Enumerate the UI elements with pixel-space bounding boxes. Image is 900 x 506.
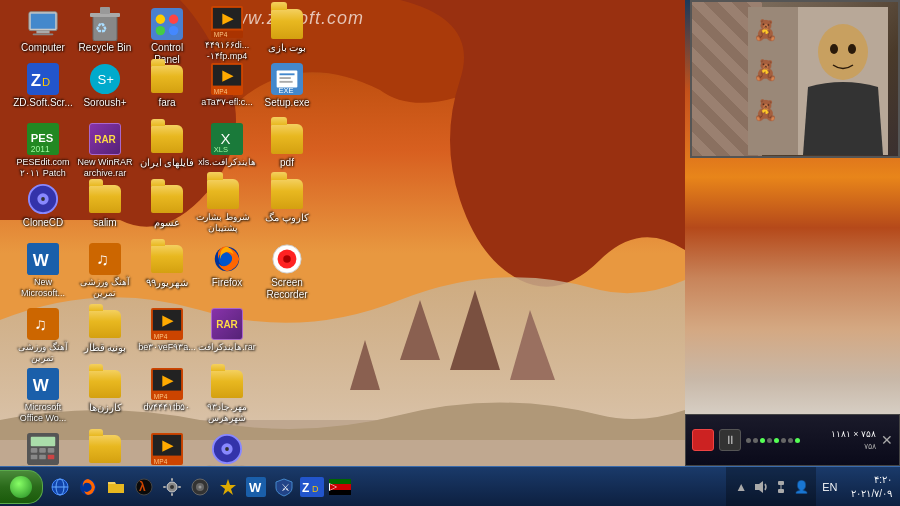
svg-text:D: D <box>312 484 319 494</box>
desktop-icon-soroush[interactable]: S+ Soroush+ <box>70 60 140 112</box>
desktop-icon-ms-office[interactable]: W MicrosoftOffice Wo... <box>8 365 78 427</box>
taskbar-word-icon[interactable]: W <box>243 474 269 500</box>
desktop-icon-pes[interactable]: PES 2011 PESEdit.com۲۰۱۱ Patch <box>8 120 78 182</box>
svg-text:MP4: MP4 <box>154 458 168 465</box>
svg-text:XLS: XLS <box>214 145 228 154</box>
desktop-icon-mohr[interactable]: مهر.جاد۹۳شهرهرس <box>192 365 262 427</box>
tray-network-icon[interactable] <box>772 478 790 496</box>
recording-dots <box>746 438 826 443</box>
desktop-icon-setup[interactable]: EXE Setup.exe <box>252 60 322 112</box>
taskbar-left: λ <box>43 474 726 500</box>
svg-text:MP4: MP4 <box>214 88 228 95</box>
svg-point-20 <box>169 15 178 24</box>
svg-text:EXE: EXE <box>279 86 294 95</box>
desktop-icon-screen-recorder[interactable]: ScreenRecorder <box>252 240 322 304</box>
taskbar: λ <box>0 466 900 506</box>
desktop-icon-ahang[interactable]: ♫ آهنگ ورزشیتمرین <box>70 240 140 302</box>
svg-text:W: W <box>249 480 262 495</box>
desktop-icon-sharayet[interactable]: شروط بشارتپشتیبان <box>188 175 258 237</box>
svg-point-95 <box>170 485 174 489</box>
language-indicator[interactable]: EN <box>816 481 843 493</box>
taskbar-halflife-icon[interactable]: λ <box>131 474 157 500</box>
svg-rect-78 <box>31 455 38 460</box>
svg-text:S+: S+ <box>97 72 114 87</box>
record-stop-button[interactable] <box>692 429 714 451</box>
desktop-icon-clonecd[interactable]: CloneCD <box>8 180 78 232</box>
svg-text:♻: ♻ <box>95 20 108 36</box>
taskbar-ie-icon[interactable] <box>47 474 73 500</box>
taskbar-media-icon[interactable] <box>187 474 213 500</box>
svg-text:Z: Z <box>302 481 309 495</box>
desktop-icon-recycle-bin[interactable]: ♻ Recycle Bin <box>70 5 140 57</box>
svg-rect-74 <box>31 437 55 446</box>
svg-point-102 <box>199 485 202 488</box>
tray-expand-icon[interactable]: ▲ <box>732 478 750 496</box>
svg-rect-97 <box>171 493 173 496</box>
svg-text:🧸: 🧸 <box>753 18 778 42</box>
svg-point-87 <box>225 447 229 451</box>
svg-rect-76 <box>39 448 46 453</box>
desktop-icon-minecraft-rar[interactable]: RAR هایندکرافت.rar <box>192 305 262 356</box>
svg-text:D: D <box>42 76 50 88</box>
clock-date: ۲۰۲۱/۷/۰۹ <box>851 487 892 501</box>
svg-text:🧸: 🧸 <box>753 98 778 122</box>
svg-text:♫: ♫ <box>97 250 110 269</box>
svg-rect-39 <box>279 73 294 75</box>
desktop-icon-pdf[interactable]: pdf <box>252 120 322 172</box>
taskbar-firefox-icon[interactable] <box>75 474 101 500</box>
svg-text:⚔: ⚔ <box>281 482 290 493</box>
svg-rect-11 <box>31 14 55 29</box>
desktop-icon-kazernha[interactable]: کارزن‌ها <box>70 365 140 417</box>
svg-rect-110 <box>329 479 351 484</box>
svg-rect-112 <box>329 490 351 495</box>
desktop-icon-new-ms[interactable]: W NewMicrosoft... <box>8 240 78 302</box>
taskbar-zd-icon[interactable]: Z D <box>299 474 325 500</box>
taskbar-folder-icon[interactable] <box>103 474 129 500</box>
svg-point-8 <box>830 44 838 54</box>
taskbar-star-icon[interactable] <box>215 474 241 500</box>
desktop-icon-bonye[interactable]: بونیه قطار <box>70 305 140 357</box>
svg-rect-115 <box>778 481 784 485</box>
start-button[interactable] <box>0 470 43 504</box>
svg-point-60 <box>283 255 291 263</box>
recording-panel: ⏸ ۱۱۸۱ × ۷۵۸ ۷۵۸ ✕ <box>685 414 900 466</box>
desktop-icon-computer[interactable]: Computer <box>8 5 78 57</box>
svg-rect-40 <box>279 77 290 79</box>
record-pause-button[interactable]: ⏸ <box>719 429 741 451</box>
taskbar-settings-icon[interactable] <box>159 474 185 500</box>
svg-text:MP4: MP4 <box>214 31 228 38</box>
svg-point-21 <box>156 26 165 35</box>
clock-display[interactable]: ۴:۲۰ ۲۰۲۱/۷/۰۹ <box>843 473 900 501</box>
tray-user-icon[interactable]: 👤 <box>792 478 810 496</box>
svg-text:Z: Z <box>31 71 41 90</box>
desktop-icon-ahang2[interactable]: ♫ آهنگ ورزشیتمرین <box>8 305 78 367</box>
desktop-icon-folder-bazt[interactable]: بوت بازی <box>252 5 322 57</box>
svg-rect-12 <box>36 31 49 34</box>
recording-close-button[interactable]: ✕ <box>881 432 893 448</box>
desktop-icons-container: Computer ♻ Recycle Bin ControlPanel <box>0 0 685 460</box>
svg-rect-77 <box>48 448 55 453</box>
taskbar-kenya-icon[interactable] <box>327 474 353 500</box>
desktop-icon-korob[interactable]: کاروپ مگ <box>252 175 322 227</box>
svg-rect-79 <box>39 455 46 460</box>
svg-text:X: X <box>220 130 230 147</box>
taskbar-shield-icon[interactable]: ⚔ <box>271 474 297 500</box>
resolution-display: ۱۱۸۱ × ۷۵۸ ۷۵۸ <box>831 428 876 452</box>
svg-text:PES: PES <box>31 132 54 144</box>
svg-rect-98 <box>163 486 166 488</box>
svg-text:MP4: MP4 <box>154 393 168 400</box>
svg-rect-80 <box>48 455 55 460</box>
svg-rect-75 <box>31 448 38 453</box>
svg-rect-96 <box>171 478 173 481</box>
webcam-person: 🧸 🧸 🧸 <box>748 7 888 155</box>
svg-point-19 <box>156 15 165 24</box>
svg-text:2011: 2011 <box>31 144 50 154</box>
desktop-icon-salim[interactable]: salim <box>70 180 140 232</box>
tray-speaker-icon[interactable] <box>752 478 770 496</box>
svg-rect-18 <box>151 8 183 40</box>
desktop-icon-zdsoft[interactable]: Z D ZD.Soft.Scr... <box>8 60 78 112</box>
svg-text:W: W <box>33 376 49 395</box>
desktop-icon-winrar[interactable]: RAR New WinRARarchive.rar <box>70 120 140 182</box>
svg-point-7 <box>818 24 868 80</box>
svg-text:W: W <box>33 251 49 270</box>
